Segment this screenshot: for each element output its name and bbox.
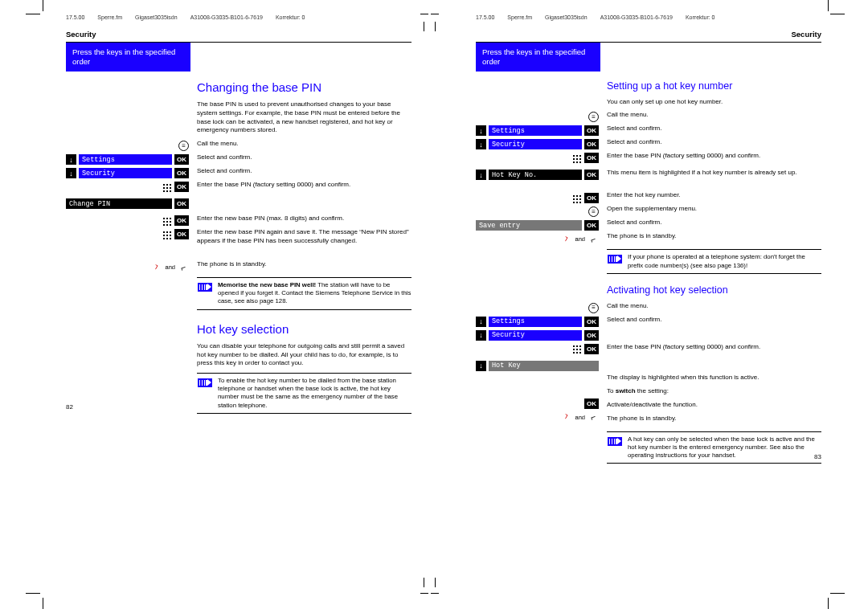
page-header: 17.5.00 Sperre.fm Gigaset3035isdn A31008… — [66, 14, 411, 25]
step-text: Call the menu. — [197, 140, 411, 152]
down-arrow-icon: ↓ — [476, 317, 486, 327]
ok-key: OK — [584, 193, 599, 203]
keypad-icon — [571, 343, 582, 354]
step-text: Activate/deactivate the function. — [607, 401, 821, 413]
intro-text: The base PIN is used to prevent unauthor… — [197, 100, 411, 135]
lcd-save-entry: Save entry — [476, 220, 582, 231]
menu-icon: ≡ — [588, 206, 599, 217]
instruction-banner: Press the keys in the specified order — [476, 43, 600, 72]
step-text: Select and confirm. — [607, 219, 821, 231]
keypad-icon — [161, 182, 172, 193]
intro-text: You can disable your telephone for outgo… — [197, 342, 411, 368]
down-arrow-icon: ↓ — [66, 154, 76, 165]
step-text: This menu item is highlighted if a hot k… — [607, 169, 821, 186]
note-block: Memorise the new base PIN well! The stat… — [197, 277, 411, 309]
hdr-file: Sperre.fm — [97, 14, 122, 20]
subtopic-setup-hotkey: Setting up a hot key number — [607, 80, 821, 93]
step-text: Enter the hot key number. — [607, 191, 821, 203]
step-text — [607, 360, 821, 372]
page-83: 17.5.00 Sperre.fm Gigaset3035isdn A31008… — [476, 14, 821, 464]
ok-key: OK — [174, 154, 189, 165]
step-text: Enter the new base PIN (max. 8 digits) a… — [197, 215, 411, 227]
and-label: and — [575, 414, 585, 421]
ok-key: OK — [584, 220, 599, 231]
keypad-icon — [161, 215, 172, 227]
hdr-date: 17.5.00 — [476, 14, 494, 20]
note-block: A hot key can only be selected when the … — [607, 431, 821, 464]
ok-key: OK — [584, 317, 599, 327]
lcd-settings: Settings — [489, 317, 582, 327]
step-text: Enter the base PIN (factory setting 0000… — [607, 343, 821, 355]
lcd-security: Security — [79, 168, 172, 178]
lcd-settings: Settings — [79, 154, 172, 165]
ok-key: OK — [174, 215, 189, 226]
hdr-doc: A31008-G3035-B101-6-7619 — [600, 14, 673, 20]
note-text: A hot key can only be selected when the … — [628, 435, 821, 460]
lcd-hotkey: Hot Key — [489, 361, 599, 371]
hdr-file: Sperre.fm — [507, 14, 532, 20]
note-text: To enable the hot key number to be diall… — [218, 377, 411, 410]
end-call-icon: ⌐ — [559, 231, 575, 247]
handset-icon: ⌐ — [176, 260, 190, 275]
menu-icon: ≡ — [588, 112, 599, 122]
end-call-icon: ⌐ — [149, 260, 165, 275]
keypad-icon — [161, 229, 172, 240]
note-block: If your phone is operated at a telephone… — [607, 249, 821, 273]
step-text — [607, 329, 821, 341]
step-text: The phone is in standby. — [607, 232, 821, 244]
step-text: Open the supplementary menu. — [607, 205, 821, 217]
intro-text: You can only set up one hot key number. — [607, 98, 821, 107]
note-arrow-icon — [608, 255, 622, 264]
down-arrow-icon: ↓ — [476, 330, 486, 341]
note-arrow-icon — [608, 437, 622, 446]
handset-icon: ⌐ — [586, 410, 600, 424]
step-text: The display is highlighted when this fun… — [607, 374, 821, 386]
note-text: Memorise the new base PIN well! The stat… — [218, 281, 411, 305]
page-number: 82 — [66, 403, 73, 411]
down-arrow-icon: ↓ — [476, 170, 486, 180]
ok-key: OK — [584, 139, 599, 149]
step-text: Enter the base PIN (factory setting 0000… — [607, 152, 821, 164]
step-text: Call the menu. — [607, 302, 821, 314]
lcd-change-pin: Change PIN — [66, 198, 172, 209]
step-text: The phone is in standby. — [197, 260, 411, 272]
ok-key: OK — [584, 344, 599, 354]
lcd-hotkey-no: Hot Key No. — [489, 170, 582, 180]
step-text: Select and confirm. — [607, 316, 821, 328]
page-82: 17.5.00 Sperre.fm Gigaset3035isdn A31008… — [66, 14, 411, 414]
keypad-icon — [571, 193, 582, 204]
menu-icon: ≡ — [588, 303, 599, 313]
step-text: Enter the base PIN (factory setting 0000… — [197, 181, 411, 193]
step-text: Select and confirm. — [607, 125, 821, 137]
lcd-security: Security — [489, 330, 582, 341]
section-heading: Security — [476, 25, 821, 43]
page-number: 83 — [814, 453, 821, 460]
hdr-date: 17.5.00 — [66, 14, 84, 20]
ok-key: OK — [584, 153, 599, 163]
step-text: Call the menu. — [607, 111, 821, 123]
ok-key: OK — [584, 398, 599, 409]
ok-key: OK — [174, 229, 189, 239]
ok-key: OK — [584, 125, 599, 136]
hdr-model: Gigaset3035isdn — [545, 14, 588, 20]
handset-icon: ⌐ — [586, 232, 600, 247]
hdr-doc: A31008-G3035-B101-6-7619 — [190, 14, 263, 20]
instruction-banner: Press the keys in the specified order — [66, 43, 190, 72]
topic-changing-base-pin: Changing the base PIN — [197, 80, 411, 96]
ok-key: OK — [584, 170, 599, 180]
topic-hot-key-selection: Hot key selection — [197, 321, 411, 337]
step-text: Select and confirm. — [197, 153, 411, 166]
end-call-icon: ⌐ — [559, 409, 575, 424]
step-text — [197, 198, 411, 210]
note-text: If your phone is operated at a telephone… — [628, 253, 821, 269]
and-label: and — [575, 235, 585, 243]
ok-key: OK — [584, 330, 599, 341]
lcd-settings: Settings — [489, 125, 582, 136]
hdr-korr: Korrektur: 0 — [686, 14, 715, 20]
and-label: and — [165, 264, 175, 271]
ok-key: OK — [174, 198, 189, 209]
ok-key: OK — [174, 168, 189, 178]
section-heading: Security — [66, 25, 411, 43]
note-block: To enable the hot key number to be diall… — [197, 373, 411, 414]
step-text: The phone is in standby. — [607, 415, 821, 427]
